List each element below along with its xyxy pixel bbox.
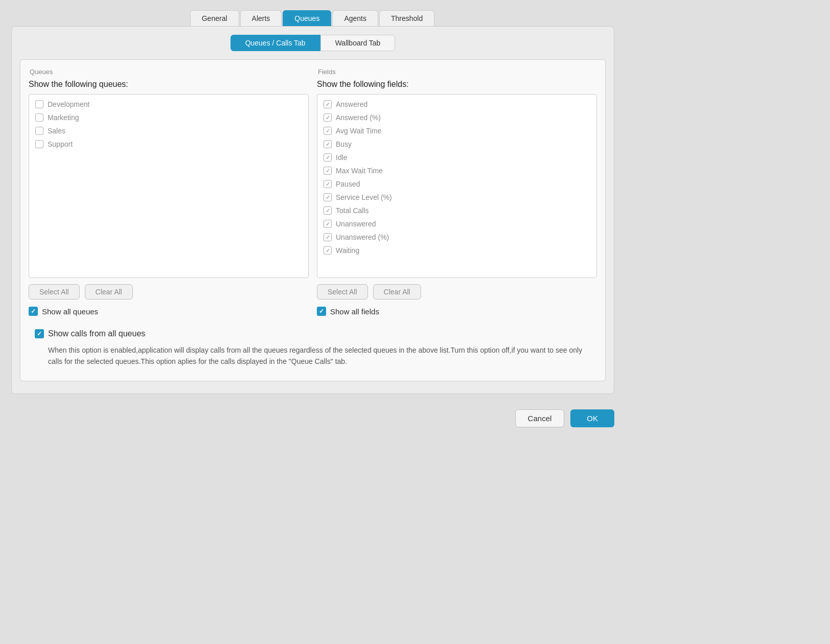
field-checkmark-busy: ✓ — [326, 141, 330, 148]
field-label-idle: Idle — [336, 153, 348, 162]
main-container: Queues / Calls Tab Wallboard Tab Queues … — [11, 26, 614, 394]
field-checkbox-answered-pct[interactable]: ✓ — [324, 113, 332, 122]
show-all-fields-row: ✓ Show all fields — [317, 307, 597, 316]
footer: Cancel OK — [11, 409, 614, 427]
fields-col-label: Fields — [317, 68, 597, 76]
show-all-fields-checkmark: ✓ — [319, 308, 324, 314]
field-label-service-level: Service Level (%) — [336, 193, 392, 201]
fields-column: Fields Show the following fields: ✓ Answ… — [317, 68, 597, 316]
description-text: When this option is enabled,application … — [35, 344, 591, 367]
show-calls-label: Show calls from all queues — [48, 329, 145, 338]
field-checkbox-unanswered-pct[interactable]: ✓ — [324, 233, 332, 241]
field-label-answered-pct: Answered (%) — [336, 113, 381, 122]
field-label-unanswered: Unanswered — [336, 220, 376, 228]
queues-clear-all-button[interactable]: Clear All — [85, 284, 133, 300]
field-label-waiting: Waiting — [336, 246, 359, 255]
field-checkbox-unanswered[interactable]: ✓ — [324, 220, 332, 228]
sub-tab-bar: Queues / Calls Tab Wallboard Tab — [20, 35, 606, 51]
tab-queues-calls[interactable]: Queues / Calls Tab — [230, 35, 320, 51]
tab-general[interactable]: General — [190, 10, 239, 26]
queues-section-title: Show the following queues: — [29, 80, 309, 89]
field-item-total-calls[interactable]: ✓ Total Calls — [319, 204, 594, 217]
show-calls-row: ✓ Show calls from all queues — [35, 329, 591, 338]
queue-checkbox-support[interactable] — [35, 140, 43, 148]
field-item-busy[interactable]: ✓ Busy — [319, 137, 594, 151]
tab-alerts[interactable]: Alerts — [240, 10, 282, 26]
tab-queues[interactable]: Queues — [283, 10, 331, 26]
queue-label-marketing: Marketing — [48, 113, 79, 122]
field-label-avg-wait: Avg Wait Time — [336, 127, 381, 135]
field-checkbox-total-calls[interactable]: ✓ — [324, 206, 332, 215]
top-tab-bar: General Alerts Queues Agents Threshold — [190, 10, 436, 26]
ok-button[interactable]: OK — [570, 409, 614, 427]
field-item-service-level[interactable]: ✓ Service Level (%) — [319, 191, 594, 204]
field-checkmark-waiting: ✓ — [326, 247, 330, 254]
queues-select-all-button[interactable]: Select All — [29, 284, 80, 300]
show-all-queues-row: ✓ Show all queues — [29, 307, 309, 316]
field-label-unanswered-pct: Unanswered (%) — [336, 233, 389, 241]
field-label-busy: Busy — [336, 140, 352, 148]
field-checkmark-idle: ✓ — [326, 154, 330, 161]
field-item-max-wait[interactable]: ✓ Max Wait Time — [319, 164, 594, 177]
show-all-queues-checkmark: ✓ — [31, 308, 36, 314]
queue-checkbox-sales[interactable] — [35, 127, 43, 135]
field-label-paused: Paused — [336, 180, 360, 188]
two-column-layout: Queues Show the following queues: Develo… — [29, 68, 597, 316]
field-checkmark-answered: ✓ — [326, 101, 330, 108]
field-checkmark-avg-wait: ✓ — [326, 128, 330, 134]
show-all-queues-checkbox[interactable]: ✓ — [29, 307, 38, 316]
fields-clear-all-button[interactable]: Clear All — [373, 284, 421, 300]
field-checkbox-answered[interactable]: ✓ — [324, 100, 332, 108]
queue-item-support[interactable]: Support — [31, 137, 306, 151]
field-label-total-calls: Total Calls — [336, 206, 369, 215]
tab-agents[interactable]: Agents — [332, 10, 378, 26]
field-checkbox-waiting[interactable]: ✓ — [324, 246, 332, 255]
fields-btn-row: Select All Clear All — [317, 284, 597, 300]
field-checkmark-answered-pct: ✓ — [326, 114, 330, 121]
field-item-answered[interactable]: ✓ Answered — [319, 98, 594, 111]
show-all-queues-label: Show all queues — [42, 307, 98, 316]
show-calls-checkbox[interactable]: ✓ — [35, 329, 44, 338]
queue-label-sales: Sales — [48, 127, 65, 135]
field-item-unanswered[interactable]: ✓ Unanswered — [319, 217, 594, 231]
queue-label-support: Support — [48, 140, 73, 148]
queue-checkbox-development[interactable] — [35, 100, 43, 108]
queues-column: Queues Show the following queues: Develo… — [29, 68, 309, 316]
show-all-fields-label: Show all fields — [330, 307, 379, 316]
field-checkmark-unanswered-pct: ✓ — [326, 234, 330, 241]
queue-item-development[interactable]: Development — [31, 98, 306, 111]
field-item-answered-pct[interactable]: ✓ Answered (%) — [319, 111, 594, 124]
field-checkmark-paused: ✓ — [326, 181, 330, 188]
queue-item-marketing[interactable]: Marketing — [31, 111, 306, 124]
content-panel: Queues Show the following queues: Develo… — [20, 59, 606, 381]
field-checkmark-unanswered: ✓ — [326, 221, 330, 227]
queues-list-box[interactable]: Development Marketing Sales Support — [29, 94, 309, 278]
field-checkmark-max-wait: ✓ — [326, 168, 330, 174]
field-item-unanswered-pct[interactable]: ✓ Unanswered (%) — [319, 231, 594, 244]
show-calls-checkmark: ✓ — [37, 331, 42, 337]
field-item-avg-wait[interactable]: ✓ Avg Wait Time — [319, 124, 594, 137]
field-checkmark-total-calls: ✓ — [326, 208, 330, 214]
queues-col-label: Queues — [29, 68, 309, 76]
fields-select-all-button[interactable]: Select All — [317, 284, 368, 300]
field-checkbox-busy[interactable]: ✓ — [324, 140, 332, 148]
queue-label-development: Development — [48, 100, 90, 108]
tab-wallboard[interactable]: Wallboard Tab — [320, 35, 396, 51]
queues-btn-row: Select All Clear All — [29, 284, 309, 300]
field-checkbox-idle[interactable]: ✓ — [324, 153, 332, 162]
field-checkbox-paused[interactable]: ✓ — [324, 180, 332, 188]
fields-list-box[interactable]: ✓ Answered ✓ Answered (%) ✓ — [317, 94, 597, 278]
cancel-button[interactable]: Cancel — [515, 409, 565, 427]
field-checkbox-avg-wait[interactable]: ✓ — [324, 127, 332, 135]
queue-item-sales[interactable]: Sales — [31, 124, 306, 137]
field-item-idle[interactable]: ✓ Idle — [319, 151, 594, 164]
fields-section-title: Show the following fields: — [317, 80, 597, 89]
field-label-max-wait: Max Wait Time — [336, 167, 383, 175]
show-all-fields-checkbox[interactable]: ✓ — [317, 307, 326, 316]
queue-checkbox-marketing[interactable] — [35, 113, 43, 122]
tab-threshold[interactable]: Threshold — [379, 10, 434, 26]
field-item-paused[interactable]: ✓ Paused — [319, 177, 594, 191]
field-checkbox-max-wait[interactable]: ✓ — [324, 167, 332, 175]
field-item-waiting[interactable]: ✓ Waiting — [319, 244, 594, 257]
field-checkbox-service-level[interactable]: ✓ — [324, 193, 332, 201]
